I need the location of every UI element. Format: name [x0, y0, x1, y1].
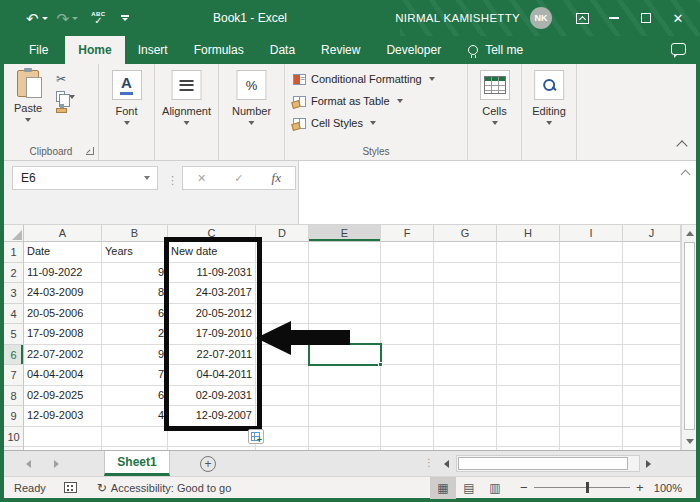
cell-A5[interactable]: 17-09-2008 [24, 324, 102, 345]
name-box[interactable]: E6 [12, 166, 158, 190]
cell-B4[interactable]: 6 [102, 304, 168, 325]
cell-I7[interactable] [560, 365, 623, 386]
zoom-level-label[interactable]: 100% [654, 482, 682, 494]
editing-dropdown-icon[interactable] [546, 121, 552, 125]
column-header-A[interactable]: A [24, 225, 102, 242]
cell-D2[interactable] [256, 263, 309, 284]
collapse-ribbon-icon[interactable] [676, 140, 687, 151]
clipboard-dialog-launcher-icon[interactable] [86, 147, 94, 155]
row-header-9[interactable]: 9 [4, 406, 24, 427]
macro-record-icon[interactable] [64, 482, 77, 493]
row-header-7[interactable]: 7 [4, 365, 24, 386]
cell-F7[interactable] [381, 365, 434, 386]
redo-dropdown-icon[interactable] [72, 17, 78, 20]
conditional-formatting-button[interactable]: Conditional Formatting [293, 73, 435, 85]
previous-sheet-icon[interactable] [26, 460, 31, 468]
cell-H8[interactable] [497, 386, 560, 407]
cell-G4[interactable] [434, 304, 497, 325]
cell-B6[interactable]: 9 [102, 345, 168, 366]
page-layout-view-icon[interactable]: ▤ [456, 477, 482, 499]
scroll-up-icon[interactable] [686, 231, 694, 236]
editing-button[interactable]: Editing [532, 70, 566, 125]
cell-J10[interactable] [623, 427, 681, 448]
cell-F5[interactable] [381, 324, 434, 345]
minimize-button[interactable] [598, 0, 630, 36]
cell-F3[interactable] [381, 283, 434, 304]
font-button[interactable]: A Font [112, 70, 142, 125]
row-header-8[interactable]: 8 [4, 386, 24, 407]
alignment-button[interactable]: Alignment [162, 70, 211, 125]
accessibility-status-label[interactable]: Accessibility: Good to go [111, 482, 231, 494]
cell-F9[interactable] [381, 406, 434, 427]
cell-A8[interactable]: 02-09-2025 [24, 386, 102, 407]
font-dropdown-icon[interactable] [124, 121, 130, 125]
cell-F4[interactable] [381, 304, 434, 325]
formula-input[interactable] [298, 161, 696, 224]
cell-I8[interactable] [560, 386, 623, 407]
insert-function-icon[interactable]: fx [272, 170, 281, 186]
horizontal-scrollbar[interactable] [456, 455, 640, 472]
cell-I6[interactable] [560, 345, 623, 366]
cell-B7[interactable]: 7 [102, 365, 168, 386]
cells-button[interactable]: Cells [480, 70, 510, 125]
cell-B8[interactable]: 6 [102, 386, 168, 407]
row-header-10[interactable]: 10 [4, 427, 24, 448]
cell-I4[interactable] [560, 304, 623, 325]
customize-qat-button[interactable] [121, 15, 129, 21]
zoom-out-button[interactable]: − [514, 480, 534, 495]
close-button[interactable]: ✕ [662, 0, 694, 36]
cells-dropdown-icon[interactable] [492, 121, 498, 125]
comment-icon[interactable] [671, 43, 686, 55]
cell-F10[interactable] [381, 427, 434, 448]
row-header-1[interactable]: 1 [4, 242, 24, 263]
cell-B3[interactable]: 8 [102, 283, 168, 304]
spell-check-button[interactable]: ABC ✓ [91, 11, 106, 26]
cell-E4[interactable] [309, 304, 381, 325]
next-sheet-icon[interactable] [54, 460, 59, 468]
cell-A1[interactable]: Date [24, 242, 102, 263]
number-dropdown-icon[interactable] [249, 121, 255, 125]
cell-J6[interactable] [623, 345, 681, 366]
cell-H9[interactable] [497, 406, 560, 427]
column-header-G[interactable]: G [434, 225, 497, 242]
cell-B1[interactable]: Years [102, 242, 168, 263]
cell-D1[interactable] [256, 242, 309, 263]
page-break-view-icon[interactable]: ▥ [482, 477, 508, 499]
paste-dropdown-icon[interactable] [25, 118, 31, 122]
cell-B10[interactable] [102, 427, 168, 448]
cell-H6[interactable] [497, 345, 560, 366]
maximize-button[interactable] [630, 0, 662, 36]
column-header-I[interactable]: I [560, 225, 623, 242]
cell-I5[interactable] [560, 324, 623, 345]
enter-icon[interactable]: ✓ [234, 172, 243, 185]
column-header-H[interactable]: H [497, 225, 560, 242]
cell-F1[interactable] [381, 242, 434, 263]
redo-button[interactable]: ↷ [57, 11, 79, 26]
scroll-down-icon[interactable] [686, 439, 694, 444]
row-header-2[interactable]: 2 [4, 263, 24, 284]
cell-E2[interactable] [309, 263, 381, 284]
cell-A2[interactable]: 11-09-2022 [24, 263, 102, 284]
select-all-corner[interactable] [4, 225, 24, 242]
cell-E9[interactable] [309, 406, 381, 427]
cell-E1[interactable] [309, 242, 381, 263]
vertical-scrollbar-thumb[interactable] [684, 242, 695, 430]
cell-A10[interactable] [24, 427, 102, 448]
cancel-icon[interactable]: ✕ [197, 172, 206, 185]
normal-view-icon[interactable]: ▦ [430, 477, 456, 499]
cell-I10[interactable] [560, 427, 623, 448]
user-name[interactable]: NIRMAL KAMISHETTY [395, 12, 520, 24]
scroll-right-icon[interactable] [646, 460, 651, 468]
column-header-J[interactable]: J [623, 225, 681, 242]
cell-B2[interactable]: 9 [102, 263, 168, 284]
format-painter-icon[interactable] [56, 108, 67, 113]
zoom-slider-handle[interactable] [586, 482, 589, 493]
cell-I1[interactable] [560, 242, 623, 263]
tab-insert[interactable]: Insert [125, 36, 181, 64]
undo-button[interactable]: ↶ [26, 11, 48, 26]
cell-H3[interactable] [497, 283, 560, 304]
cell-H2[interactable] [497, 263, 560, 284]
column-header-B[interactable]: B [102, 225, 168, 242]
cell-E3[interactable] [309, 283, 381, 304]
new-sheet-button[interactable]: + [200, 456, 216, 472]
